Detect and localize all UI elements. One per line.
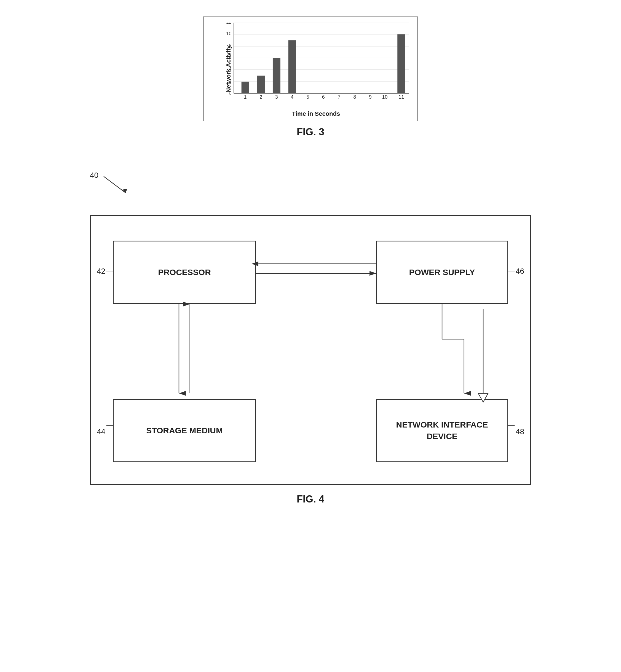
fig3-caption: FIG. 3: [297, 126, 324, 138]
svg-text:11: 11: [399, 94, 404, 100]
ref-48-label: 48: [516, 427, 524, 436]
svg-text:5: 5: [306, 94, 309, 100]
svg-text:8: 8: [353, 94, 356, 100]
svg-text:10: 10: [226, 31, 232, 36]
svg-text:3: 3: [275, 94, 278, 100]
ref-44-label: 44: [97, 427, 105, 436]
fig3-section: Network Activity 12 10 8 6 4 2 0: [203, 16, 418, 138]
fig4-caption: FIG. 4: [297, 493, 324, 505]
svg-text:2: 2: [259, 94, 262, 100]
svg-text:12: 12: [226, 23, 232, 25]
bar-chart: 12 10 8 6 4 2 0 1 2 3 4 5 6: [223, 23, 409, 107]
bar-4: [288, 40, 296, 93]
svg-line-26: [104, 176, 126, 193]
power-supply-label: POWER SUPPLY: [409, 267, 475, 278]
x-axis-label: Time in Seconds: [223, 110, 409, 118]
ref-40-arrow: [101, 174, 134, 196]
ref-42-label: 42: [97, 267, 105, 276]
svg-text:7: 7: [338, 94, 340, 100]
bar-1: [242, 82, 249, 93]
svg-text:6: 6: [322, 94, 325, 100]
chart-box: Network Activity 12 10 8 6 4 2 0: [203, 16, 418, 121]
svg-text:9: 9: [369, 94, 372, 100]
storage-label: STORAGE MEDIUM: [146, 425, 223, 436]
bar-2: [257, 76, 265, 93]
ref-40-label: 40: [90, 171, 98, 180]
power-supply-block: POWER SUPPLY: [376, 241, 508, 304]
svg-text:10: 10: [382, 94, 388, 100]
network-block: NETWORK INTERFACEDEVICE: [376, 399, 508, 462]
storage-block: STORAGE MEDIUM: [113, 399, 256, 462]
fig4-section: 40 PROCESSOR POWER SUPPLY STORAGE MEDIUM…: [90, 171, 531, 505]
network-label: NETWORK INTERFACEDEVICE: [396, 419, 488, 442]
svg-text:4: 4: [291, 94, 294, 100]
svg-text:1: 1: [244, 94, 247, 100]
outer-diagram-box: PROCESSOR POWER SUPPLY STORAGE MEDIUM NE…: [90, 215, 531, 485]
bar-11: [397, 34, 405, 93]
y-axis-label: Network Activity: [225, 45, 232, 93]
processor-block: PROCESSOR: [113, 241, 256, 304]
bar-3: [273, 58, 281, 93]
processor-label: PROCESSOR: [158, 267, 211, 278]
ref-46-label: 46: [516, 267, 524, 276]
